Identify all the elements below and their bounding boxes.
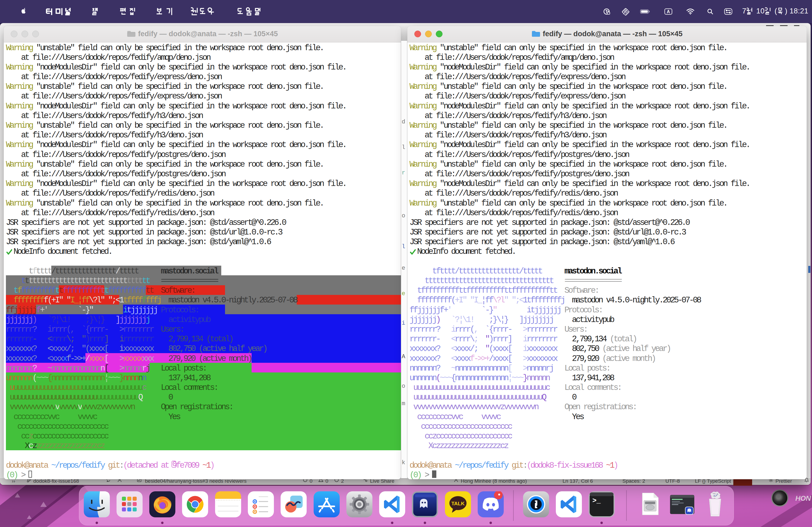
svg-text:>_: >_ bbox=[592, 497, 601, 505]
svg-text:TALK: TALK bbox=[451, 501, 465, 506]
svg-text:A: A bbox=[667, 10, 670, 14]
